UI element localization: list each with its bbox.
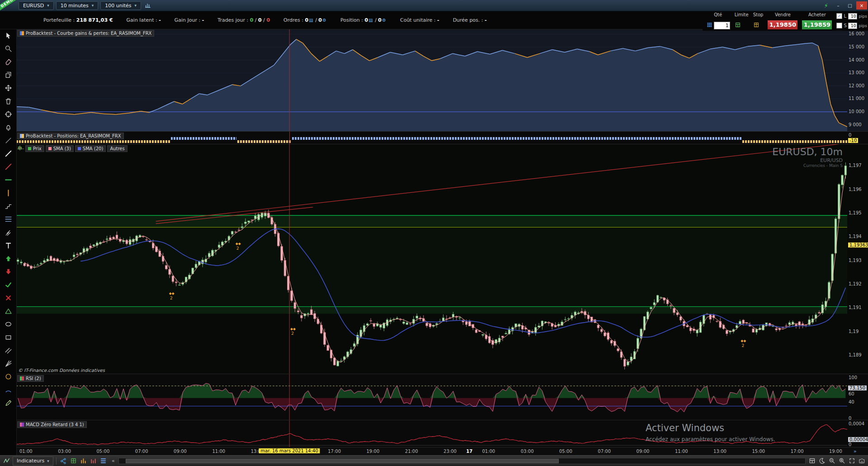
fib-icon[interactable] (0, 213, 16, 226)
legend-prix[interactable]: Prix (25, 145, 44, 152)
ellipse-icon[interactable] (0, 318, 16, 331)
circle-orange-icon[interactable] (0, 370, 16, 383)
equity-panel-title[interactable]: ProBacktest - Courbe gains & pertes: EA_… (17, 30, 154, 37)
zoom-in-icon[interactable] (837, 456, 846, 466)
share-icon[interactable] (59, 456, 68, 466)
limit-pips-checkbox[interactable]: ✓ (836, 13, 842, 19)
units-select[interactable]: 100 unités ▾ (100, 1, 141, 10)
chart-legend: Prix SMA (3) SMA (20) Autres (17, 145, 127, 152)
cursor-icon[interactable] (0, 29, 16, 42)
stairs-icon[interactable] (0, 200, 16, 213)
limit-order-icon[interactable] (735, 22, 741, 29)
selected-time-line (289, 132, 290, 144)
time-tick: 15:00 (752, 449, 765, 454)
grid-green-icon[interactable] (69, 456, 78, 466)
close-button[interactable]: × (856, 1, 867, 10)
axis-tick-label: 14 000 (849, 57, 864, 62)
cross-icon[interactable] (0, 291, 16, 304)
time-tick: 19:00 (829, 449, 842, 454)
axis-tick-label: 13 000 (849, 70, 864, 75)
scrollbar-thumb[interactable] (126, 459, 559, 463)
symbol-label: EURUSD (23, 3, 44, 9)
arrow-down-red-icon[interactable] (0, 265, 16, 278)
symbol-select[interactable]: EURUSD ▾ (19, 1, 54, 10)
time-tick: 13:00 (713, 449, 726, 454)
legend-autres[interactable]: Autres (107, 145, 127, 152)
time-axis[interactable]: 01:0003:0005:0007:0009:0011:0013:0017:00… (16, 447, 868, 456)
macd-panel[interactable]: MACD Zéro Retard (3 4 1) 0,000400,00004 (16, 420, 868, 447)
limit-pips-input[interactable]: 10 (848, 13, 857, 19)
position-duration-field: Durée pos. : - (453, 17, 487, 23)
layout-icon[interactable] (807, 456, 816, 466)
quantity-input[interactable] (714, 22, 730, 29)
collapse-icon[interactable]: « (110, 458, 117, 464)
fit-screen-icon[interactable] (847, 456, 856, 466)
indicateurs-menu[interactable]: Indicateurs ▾ (13, 456, 53, 466)
arrow-up-green-icon[interactable] (0, 252, 16, 265)
sell-button[interactable]: 1,19850 (768, 20, 797, 29)
axis-current-value: 73,150 (848, 385, 867, 390)
candle-style-icon[interactable] (21, 148, 24, 149)
axis-current-value: 0,00004 (848, 437, 868, 442)
time-tick: 07:00 (135, 449, 148, 454)
rows-blue-icon[interactable] (99, 456, 108, 466)
stop-pips-input[interactable]: 10 (848, 23, 857, 29)
portfolio-value: 218 871,03 € (76, 17, 113, 23)
ray-red-icon[interactable] (0, 160, 16, 173)
night-mode-icon[interactable] (817, 456, 826, 466)
pencil-icon[interactable] (0, 396, 16, 409)
time-tick: 17:00 (791, 449, 804, 454)
timeframe-label: 10 minutes (61, 3, 89, 9)
svg-text:2: 2 (170, 296, 173, 300)
screenshot-icon[interactable] (857, 456, 866, 466)
trash-icon[interactable] (0, 95, 16, 108)
legend-sma3[interactable]: SMA (3) (46, 145, 74, 152)
bars-red-icon[interactable] (89, 456, 98, 466)
bars-orange-icon[interactable] (79, 456, 88, 466)
stop-order-icon[interactable] (753, 22, 760, 29)
trading-platform-window: DEMO EURUSD ▾ 10 minutes ▾ 100 unités ▾ … (0, 0, 868, 466)
channel-icon[interactable] (0, 344, 16, 357)
rsi-panel[interactable]: RSI (2) 1006040073,150 (16, 374, 868, 420)
text-icon[interactable] (0, 239, 16, 252)
crosshair-icon[interactable] (0, 108, 16, 121)
positions-panel[interactable]: ProBacktest - Positions: EA_RASIMOM_FRX … (16, 131, 868, 144)
copy-icon[interactable] (0, 68, 16, 81)
horizontal-scrollbar[interactable] (118, 458, 806, 464)
bell-icon[interactable] (0, 121, 16, 134)
legend-sma20[interactable]: SMA (20) (75, 145, 106, 152)
axis-tick-label: 1,196 (849, 187, 862, 192)
chart-columns-icon[interactable] (145, 2, 151, 9)
hline-green-icon[interactable] (0, 173, 16, 186)
chart-area[interactable]: ProBacktest - Courbe gains & pertes: EA_… (16, 29, 868, 455)
price-chart-panel[interactable]: 2222 Prix SMA (3) SMA (20) Autres EURUSD… (16, 144, 868, 374)
zoom-out-icon[interactable] (827, 456, 836, 466)
fan-icon[interactable] (0, 357, 16, 370)
buy-button[interactable]: 1,19859 (802, 20, 832, 29)
macd-panel-title[interactable]: MACD Zéro Retard (3 4 1) (17, 421, 87, 428)
macd-panel-title-text: MACD Zéro Retard (3 4 1) (26, 422, 84, 427)
stop-pips-checkbox[interactable] (836, 23, 842, 29)
scroll-right-icon[interactable]: » (854, 448, 857, 454)
minimize-button[interactable]: – (833, 1, 844, 10)
positions-panel-title[interactable]: ProBacktest - Positions: EA_RASIMOM_FRX (17, 133, 124, 139)
draw-icon[interactable] (2, 456, 11, 466)
trendline-icon[interactable] (0, 147, 16, 160)
rect-icon[interactable] (0, 331, 16, 344)
segment-icon[interactable] (0, 134, 16, 147)
arc-blue-icon[interactable] (0, 383, 16, 396)
timeframe-select[interactable]: 10 minutes ▾ (56, 1, 99, 10)
triangle-icon[interactable] (0, 304, 16, 318)
pitchfork-icon[interactable] (0, 226, 16, 239)
eraser-icon[interactable] (0, 55, 16, 68)
zoom-icon[interactable] (0, 42, 16, 55)
vline-orange-icon[interactable] (0, 186, 16, 200)
rsi-panel-title[interactable]: RSI (2) (17, 375, 44, 382)
maximize-button[interactable]: □ (844, 1, 855, 10)
pan-icon[interactable] (0, 81, 16, 95)
equity-curve-panel[interactable]: ProBacktest - Courbe gains & pertes: EA_… (16, 29, 868, 131)
svg-text:2: 2 (236, 246, 239, 251)
axis-tick-label: 1,193 (849, 258, 862, 263)
check-icon[interactable] (0, 278, 16, 291)
keypad-icon[interactable] (706, 22, 712, 29)
